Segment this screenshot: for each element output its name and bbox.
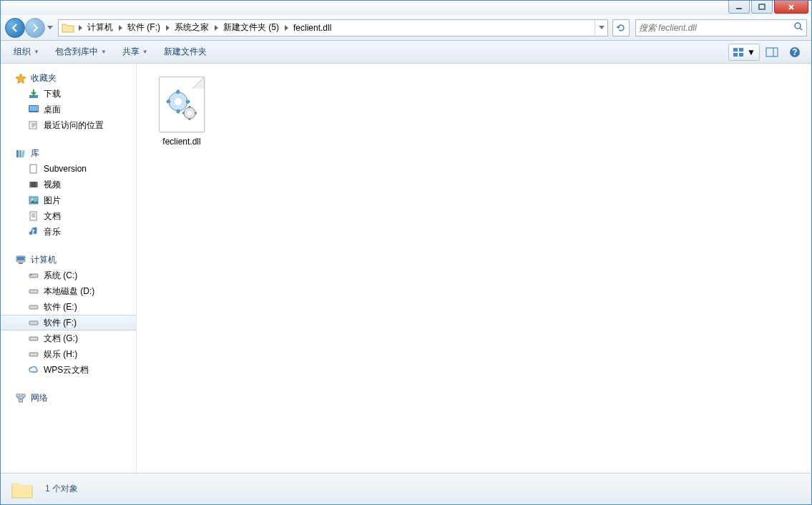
svg-rect-1 <box>759 4 765 9</box>
svg-rect-8 <box>766 48 778 57</box>
svg-rect-4 <box>733 48 738 52</box>
svg-point-24 <box>31 199 34 201</box>
recent-icon <box>28 119 39 131</box>
svg-rect-30 <box>30 275 32 275</box>
refresh-button[interactable] <box>612 19 630 36</box>
sidebar-item-pictures[interactable]: 图片 <box>1 192 136 208</box>
drive-icon <box>28 333 39 344</box>
navbar: 计算机 软件 (F:) 系统之家 新建文件夹 (5) feclient.dll <box>1 15 811 41</box>
explorer-window: 计算机 软件 (F:) 系统之家 新建文件夹 (5) feclient.dll … <box>0 0 812 505</box>
svg-rect-22 <box>36 182 38 187</box>
search-icon <box>793 21 803 34</box>
help-button[interactable]: ? <box>784 44 806 61</box>
svg-rect-25 <box>30 212 36 220</box>
svg-point-54 <box>187 111 192 115</box>
picture-icon <box>28 195 39 206</box>
svg-rect-37 <box>21 394 25 397</box>
crumb-computer[interactable]: 计算机 <box>84 20 116 36</box>
body: 收藏夹 下载 桌面 最近访问的位置 库 Subversion 视频 图片 文档 … <box>1 64 811 473</box>
search-box[interactable] <box>635 19 807 36</box>
status-bar: 1 个对象 <box>1 473 811 504</box>
search-input[interactable] <box>639 23 793 33</box>
svg-rect-51 <box>189 118 191 120</box>
svg-rect-53 <box>195 112 197 114</box>
svg-point-48 <box>175 98 182 105</box>
sidebar-network-head[interactable]: 网络 <box>1 391 136 406</box>
sidebar-item-documents[interactable]: 文档 <box>1 208 136 224</box>
sidebar-item-drive-e[interactable]: 软件 (E:) <box>1 299 136 315</box>
chevron-right-icon[interactable] <box>282 25 290 31</box>
svg-rect-32 <box>29 305 38 309</box>
chevron-right-icon[interactable] <box>163 25 172 31</box>
sidebar-item-videos[interactable]: 视频 <box>1 177 136 192</box>
svg-rect-38 <box>19 399 23 402</box>
include-library-button[interactable]: 包含到库中▼ <box>48 43 114 61</box>
back-button[interactable] <box>5 18 25 38</box>
sidebar-item-drive-g[interactable]: 文档 (G:) <box>1 330 136 346</box>
sidebar-item-subversion[interactable]: Subversion <box>1 161 136 177</box>
chevron-right-icon[interactable] <box>76 25 84 31</box>
drive-icon <box>28 301 39 313</box>
sidebar-item-desktop[interactable]: 桌面 <box>1 102 136 117</box>
sidebar-item-music[interactable]: 音乐 <box>1 224 136 240</box>
network-icon <box>15 393 26 404</box>
sidebar-item-drive-d[interactable]: 本地磁盘 (D:) <box>1 283 136 299</box>
computer-icon <box>15 255 26 266</box>
crumb-current[interactable]: feclient.dll <box>290 20 334 36</box>
close-button[interactable] <box>774 1 808 14</box>
document-icon <box>28 163 39 175</box>
sidebar-item-downloads[interactable]: 下载 <box>1 86 136 102</box>
sidebar: 收藏夹 下载 桌面 最近访问的位置 库 Subversion 视频 图片 文档 … <box>1 64 137 473</box>
minimize-button[interactable] <box>728 1 750 14</box>
svg-rect-14 <box>29 106 38 111</box>
folder-icon <box>60 20 76 36</box>
window-controls <box>728 1 808 14</box>
sidebar-item-recent[interactable]: 最近访问的位置 <box>1 117 136 133</box>
crumb-folder-2[interactable]: 新建文件夹 (5) <box>220 20 282 36</box>
sidebar-item-drive-f[interactable]: 软件 (F:) <box>1 315 136 330</box>
svg-rect-12 <box>29 95 38 98</box>
file-label: feclient.dll <box>162 137 200 147</box>
svg-rect-17 <box>19 150 21 157</box>
content-area[interactable]: feclient.dll <box>137 64 811 473</box>
drive-icon <box>28 270 39 281</box>
cloud-icon <box>28 364 39 376</box>
svg-rect-7 <box>739 53 743 57</box>
dll-file-icon <box>159 77 205 132</box>
drive-icon <box>28 348 39 360</box>
chevron-right-icon[interactable] <box>116 25 124 31</box>
preview-pane-button[interactable] <box>761 44 783 61</box>
chevron-right-icon[interactable] <box>212 25 220 31</box>
maximize-button[interactable] <box>751 1 773 14</box>
toolbar: 组织▼ 包含到库中▼ 共享▼ 新建文件夹 ▼ ? <box>1 41 811 64</box>
crumb-folder-1[interactable]: 系统之家 <box>172 20 212 36</box>
desktop-icon <box>28 104 39 115</box>
share-button[interactable]: 共享▼ <box>115 43 155 61</box>
address-dropdown[interactable] <box>595 20 607 36</box>
sidebar-item-drive-h[interactable]: 娱乐 (H:) <box>1 346 136 362</box>
sidebar-item-drive-c[interactable]: 系统 (C:) <box>1 268 136 283</box>
breadcrumb: 计算机 软件 (F:) 系统之家 新建文件夹 (5) feclient.dll <box>76 20 595 36</box>
svg-rect-21 <box>29 182 31 187</box>
new-folder-button[interactable]: 新建文件夹 <box>157 43 214 61</box>
svg-rect-28 <box>19 263 23 264</box>
libraries-icon <box>15 148 26 160</box>
sidebar-favorites-head[interactable]: 收藏夹 <box>1 71 136 86</box>
view-mode-button[interactable]: ▼ <box>728 44 760 61</box>
video-icon <box>28 179 39 190</box>
forward-button[interactable] <box>25 18 45 38</box>
sidebar-computer-head[interactable]: 计算机 <box>1 252 136 268</box>
sidebar-libraries-head[interactable]: 库 <box>1 146 136 161</box>
svg-rect-18 <box>21 149 24 157</box>
svg-rect-0 <box>736 8 742 9</box>
sidebar-item-wps-cloud[interactable]: WPS云文档 <box>1 362 136 378</box>
download-icon <box>28 88 39 99</box>
organize-button[interactable]: 组织▼ <box>6 43 47 61</box>
crumb-drive[interactable]: 软件 (F:) <box>124 20 163 36</box>
titlebar <box>1 1 811 15</box>
file-item[interactable]: feclient.dll <box>150 77 214 147</box>
svg-rect-52 <box>182 112 185 114</box>
address-bar[interactable]: 计算机 软件 (F:) 系统之家 新建文件夹 (5) feclient.dll <box>58 19 608 36</box>
svg-rect-16 <box>16 150 19 157</box>
nav-history-dropdown[interactable] <box>45 21 55 35</box>
